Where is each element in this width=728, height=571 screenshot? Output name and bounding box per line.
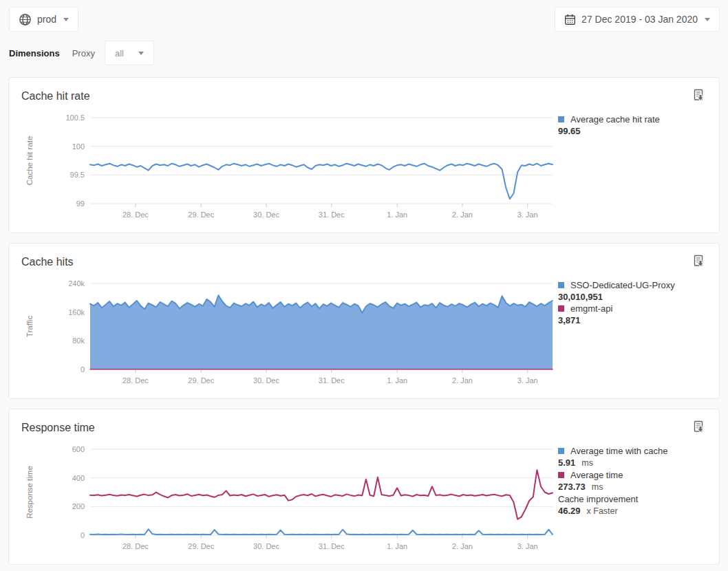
date-range-selector[interactable]: 27 Dec 2019 - 03 Jan 2020 — [555, 7, 720, 32]
series-swatch — [558, 448, 564, 454]
legend-value: 99.65 — [558, 125, 707, 137]
x-tick-label: 28. Dec — [122, 211, 149, 219]
legend-label: SSO-Dedicated-UG-Proxy — [570, 279, 675, 291]
panel-response-time: Response time 6004002000Response time28.… — [8, 409, 720, 565]
legend-value: 46.29x Faster — [558, 505, 707, 517]
legend-item[interactable]: Average time — [558, 469, 707, 481]
legend-item[interactable]: Average time with cache — [558, 445, 707, 457]
y-tick-label: 100.5 — [65, 114, 85, 122]
dashboard-panels: Cache hit rate 100.510099.599Cache hit r… — [0, 77, 728, 565]
y-tick-label: 240k — [68, 279, 85, 288]
globe-icon — [19, 13, 32, 26]
legend: Average cache hit rate 99.65 — [558, 112, 707, 137]
caret-down-icon — [63, 18, 69, 21]
export-report-button[interactable] — [693, 420, 707, 435]
x-tick-label: 1. Jan — [387, 542, 407, 550]
x-tick-label: 3. Jan — [517, 376, 538, 385]
legend-label: Cache improvement — [558, 493, 638, 505]
x-tick-label: 30. Dec — [253, 211, 279, 219]
date-range-label: 27 Dec 2019 - 03 Jan 2020 — [581, 14, 698, 25]
x-tick-label: 29. Dec — [188, 211, 214, 219]
caret-down-icon — [705, 18, 710, 21]
x-tick-label: 28. Dec — [122, 542, 149, 550]
dimension-filter-bar: Dimensions Proxy all — [9, 41, 720, 65]
panel-title: Cache hit rate — [21, 89, 90, 104]
legend-value: 3,871 — [558, 314, 707, 326]
panel-title: Cache hits — [21, 255, 74, 270]
x-tick-label: 2. Jan — [452, 211, 473, 219]
x-tick-label: 31. Dec — [319, 376, 345, 385]
x-tick-label: 2. Jan — [452, 542, 473, 550]
legend-label: Average cache hit rate — [570, 114, 660, 125]
y-axis-title: Cache hit rate — [25, 136, 34, 186]
y-axis-title: Response time — [25, 466, 34, 519]
legend: Average time with cache 5.91ms Average t… — [558, 444, 707, 517]
y-tick-label: 0 — [81, 365, 85, 374]
legend-item: Cache improvement — [558, 493, 707, 505]
legend-label: Average time — [570, 469, 623, 481]
y-axis-title: Traffic — [25, 316, 34, 338]
x-tick-label: 30. Dec — [253, 542, 279, 550]
y-tick-label: 600 — [72, 445, 85, 453]
x-tick-label: 30. Dec — [253, 376, 279, 385]
series-line — [90, 529, 553, 535]
x-tick-label: 28. Dec — [122, 376, 149, 385]
y-tick-label: 100 — [72, 142, 85, 151]
series-swatch — [558, 116, 564, 122]
dimension-value-label: all — [115, 48, 124, 58]
series-swatch — [558, 472, 564, 478]
legend: SSO-Dedicated-UG-Proxy 30,010,951 emgmt-… — [558, 278, 707, 326]
legend-value: 5.91ms — [558, 457, 707, 469]
series-line — [90, 470, 553, 519]
x-tick-label: 31. Dec — [319, 211, 345, 219]
cache-hits-chart[interactable]: 240k160k80k0Traffic28. Dec29. Dec30. Dec… — [21, 278, 558, 389]
y-tick-label: 99 — [76, 200, 85, 208]
legend-value: 30,010,951 — [558, 291, 707, 303]
export-report-button[interactable] — [693, 255, 707, 269]
y-tick-label: 160k — [68, 308, 85, 316]
panel-cache-hits: Cache hits 240k160k80k0Traffic28. Dec29.… — [8, 243, 720, 399]
calendar-icon — [564, 14, 576, 25]
y-tick-label: 200 — [72, 502, 85, 510]
legend-item[interactable]: Average cache hit rate — [558, 114, 707, 125]
series-swatch — [558, 282, 564, 288]
dimension-value-selector[interactable]: all — [105, 41, 154, 65]
series-swatch — [558, 305, 564, 312]
x-tick-label: 29. Dec — [188, 376, 214, 385]
x-tick-label: 2. Jan — [452, 376, 473, 385]
environment-label: prod — [37, 14, 56, 25]
dimensions-label: Dimensions — [9, 48, 60, 58]
y-tick-label: 0 — [81, 531, 85, 539]
x-tick-label: 31. Dec — [319, 542, 345, 550]
x-tick-label: 3. Jan — [517, 211, 538, 219]
dimension-name-label: Proxy — [72, 48, 95, 58]
panel-title: Response time — [21, 420, 95, 435]
x-tick-label: 29. Dec — [188, 542, 214, 550]
series-line — [90, 164, 553, 200]
legend-label: Average time with cache — [570, 445, 667, 457]
y-tick-label: 80k — [72, 336, 85, 345]
export-report-button[interactable] — [693, 89, 707, 103]
response-time-chart[interactable]: 6004002000Response time28. Dec29. Dec30.… — [21, 444, 558, 555]
x-tick-label: 1. Jan — [387, 211, 407, 219]
x-tick-label: 1. Jan — [387, 376, 407, 385]
y-tick-label: 99.5 — [70, 171, 85, 179]
legend-label: emgmt-api — [570, 303, 612, 314]
legend-value: 273.73ms — [558, 481, 707, 493]
cache-hit-rate-chart[interactable]: 100.510099.599Cache hit rate28. Dec29. D… — [21, 112, 558, 224]
legend-item[interactable]: emgmt-api — [558, 303, 707, 314]
y-tick-label: 400 — [72, 474, 85, 482]
panel-cache-hit-rate: Cache hit rate 100.510099.599Cache hit r… — [8, 77, 720, 233]
x-tick-label: 3. Jan — [517, 542, 538, 550]
top-bar: prod 27 Dec 2019 - 03 Jan 2020 — [0, 0, 728, 32]
environment-selector[interactable]: prod — [9, 7, 78, 32]
legend-item[interactable]: SSO-Dedicated-UG-Proxy — [558, 279, 707, 291]
caret-down-icon — [138, 52, 144, 55]
